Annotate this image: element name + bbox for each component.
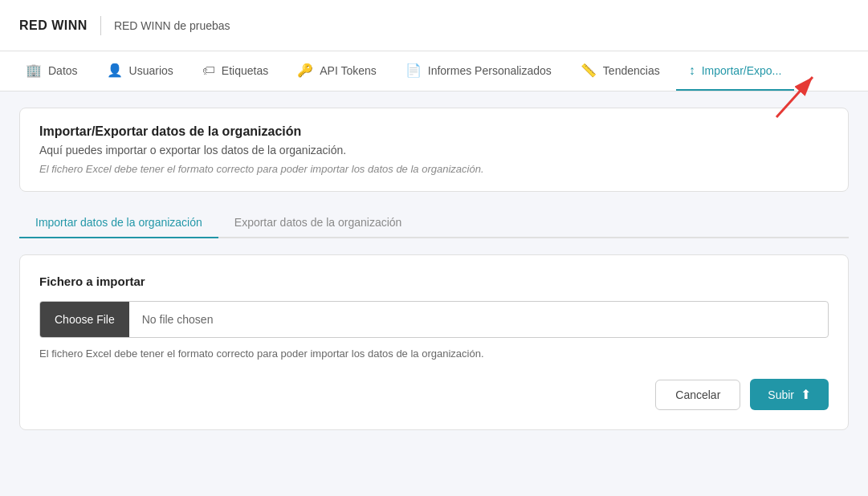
nav-tab-api-tokens[interactable]: 🔑 API Tokens (284, 51, 389, 91)
info-card-title: Importar/Exportar datos de la organizaci… (39, 124, 829, 139)
nav-tab-etiquetas[interactable]: 🏷 Etiquetas (189, 52, 281, 91)
navigation-bar: 🏢 Datos 👤 Usuarios 🏷 Etiquetas 🔑 API Tok… (0, 51, 868, 91)
nav-tab-tendencias[interactable]: 📏 Tendencias (568, 51, 673, 91)
brand-name: RED WINN (19, 18, 88, 33)
cancel-button[interactable]: Cancelar (655, 380, 740, 410)
header: RED WINN RED WINN de pruebas (0, 0, 868, 51)
informes-icon: 📄 (405, 63, 422, 78)
usuarios-icon: 👤 (107, 63, 123, 78)
submit-button[interactable]: Subir ⬆ (750, 379, 829, 410)
etiquetas-icon: 🏷 (202, 63, 215, 78)
importar-icon: ↕ (689, 63, 695, 78)
submit-upload-icon: ⬆ (801, 387, 811, 402)
info-card-description: Aquí puedes importar o exportar los dato… (39, 144, 829, 157)
tab-exportar[interactable]: Exportar datos de la organización (218, 208, 418, 238)
file-input-row: Choose File No file chosen (39, 301, 829, 338)
tab-importar[interactable]: Importar datos de la organización (19, 208, 218, 238)
info-card: Importar/Exportar datos de la organizaci… (19, 108, 849, 192)
info-card-wrapper: Importar/Exportar datos de la organizaci… (19, 108, 849, 192)
header-divider (100, 16, 101, 35)
form-card: Fichero a importar Choose File No file c… (19, 254, 849, 430)
info-card-note: El fichero Excel debe tener el formato c… (39, 163, 829, 175)
nav-tab-usuarios[interactable]: 👤 Usuarios (94, 51, 186, 91)
nav-tab-informes[interactable]: 📄 Informes Personalizados (393, 51, 564, 91)
nav-tab-importar[interactable]: ↕ Importar/Expo... (676, 52, 795, 91)
api-tokens-icon: 🔑 (297, 63, 313, 78)
tendencias-icon: 📏 (581, 63, 597, 78)
section-tabs: Importar datos de la organización Export… (19, 208, 849, 238)
file-hint: El fichero Excel debe tener el formato c… (39, 348, 829, 360)
header-subtitle: RED WINN de pruebas (114, 19, 230, 32)
form-section-title: Fichero a importar (39, 274, 829, 288)
no-file-label: No file chosen (129, 305, 828, 334)
datos-icon: 🏢 (26, 63, 42, 78)
choose-file-button[interactable]: Choose File (40, 302, 129, 337)
action-row: Cancelar Subir ⬆ (39, 379, 829, 410)
nav-tab-datos[interactable]: 🏢 Datos (13, 51, 91, 91)
main-content: Importar/Exportar datos de la organizaci… (0, 91, 868, 446)
